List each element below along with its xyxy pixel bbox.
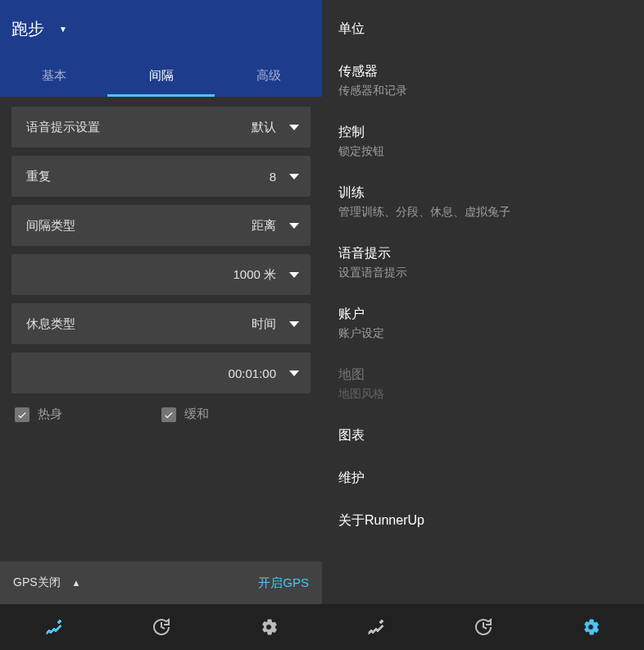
gear-icon xyxy=(581,617,601,637)
settings-item-workout[interactable]: 训练 管理训练、分段、休息、虚拟兔子 xyxy=(322,172,644,233)
gps-start-button[interactable]: 开启GPS xyxy=(258,575,309,591)
settings-item-sub: 账户设定 xyxy=(338,326,628,341)
settings-item-map: 地图 地图风格 xyxy=(322,354,644,415)
settings-item-title: 图表 xyxy=(338,427,628,444)
nav-settings[interactable] xyxy=(215,604,322,650)
nav-start[interactable] xyxy=(0,604,107,650)
row-rest-value[interactable]: 00:01:00 xyxy=(11,352,311,393)
checkbox-cooldown-label: 缓和 xyxy=(184,407,209,422)
chevron-down-icon xyxy=(289,370,299,376)
right-pane: 单位 传感器 传感器和记录 控制 锁定按钮 训练 管理训练、分段、休息、虚拟兔子… xyxy=(322,0,644,650)
nav-settings[interactable] xyxy=(537,604,644,650)
row-interval-type-label: 间隔类型 xyxy=(26,218,252,234)
row-audio-cue[interactable]: 语音提示设置 默认 xyxy=(11,107,311,148)
settings-item-title: 关于RunnerUp xyxy=(338,512,628,530)
settings-item-title: 地图 xyxy=(338,366,628,384)
row-interval-type-value: 距离 xyxy=(252,218,276,234)
row-rest-type-label: 休息类型 xyxy=(26,316,252,332)
settings-item-graph[interactable]: 图表 xyxy=(322,415,644,457)
checkbox-checked-icon xyxy=(161,407,176,422)
settings-list: 单位 传感器 传感器和记录 控制 锁定按钮 训练 管理训练、分段、休息、虚拟兔子… xyxy=(322,0,644,604)
settings-item-about[interactable]: 关于RunnerUp xyxy=(322,500,644,543)
settings-item-sub: 地图风格 xyxy=(338,387,628,402)
chevron-down-icon xyxy=(289,223,299,229)
settings-item-title: 账户 xyxy=(338,306,628,323)
row-repeat-value: 8 xyxy=(270,170,276,184)
settings-item-title: 控制 xyxy=(338,124,628,141)
left-pane: 跑步 ▼ 基本 间隔 高级 语音提示设置 默认 重复 8 间隔类型 距离 100… xyxy=(0,0,322,650)
settings-item-sub: 锁定按钮 xyxy=(338,144,628,159)
row-interval-type[interactable]: 间隔类型 距离 xyxy=(11,205,311,246)
tab-basic-label: 基本 xyxy=(42,68,66,84)
settings-item-sensors[interactable]: 传感器 传感器和记录 xyxy=(322,51,644,111)
nav-history[interactable] xyxy=(429,604,537,650)
settings-item-sub: 传感器和记录 xyxy=(338,84,628,98)
settings-item-sub: 管理训练、分段、休息、虚拟兔子 xyxy=(338,205,628,220)
chevron-down-icon: ▼ xyxy=(59,25,67,34)
settings-item-control[interactable]: 控制 锁定按钮 xyxy=(322,111,644,172)
settings-item-sub: 设置语音提示 xyxy=(338,266,628,280)
chevron-down-icon xyxy=(289,174,299,180)
chevron-up-icon[interactable]: ▲ xyxy=(72,578,81,588)
settings-item-units[interactable]: 单位 xyxy=(322,8,644,51)
activity-header[interactable]: 跑步 ▼ xyxy=(0,0,322,57)
start-icon xyxy=(366,617,386,637)
interval-form: 语音提示设置 默认 重复 8 间隔类型 距离 1000 米 休息类型 时间 00… xyxy=(0,97,322,561)
tab-interval[interactable]: 间隔 xyxy=(107,57,215,97)
settings-item-title: 单位 xyxy=(338,20,628,38)
row-audio-cue-value: 默认 xyxy=(252,120,276,135)
row-rest-type-value: 时间 xyxy=(252,316,276,332)
gear-icon xyxy=(259,617,279,637)
row-interval-value[interactable]: 1000 米 xyxy=(11,254,311,295)
activity-title: 跑步 xyxy=(11,18,44,40)
history-icon xyxy=(474,617,493,637)
bottom-nav-right xyxy=(322,604,644,650)
nav-start[interactable] xyxy=(322,604,429,650)
checkbox-warmup-label: 热身 xyxy=(38,407,62,422)
checkbox-warmup[interactable]: 热身 xyxy=(15,407,161,422)
tab-advanced-label: 高级 xyxy=(256,68,281,84)
settings-item-audio-cues[interactable]: 语音提示 设置语音提示 xyxy=(322,233,644,293)
gps-bar: GPS关闭 ▲ 开启GPS xyxy=(0,561,322,604)
row-rest-value-value: 00:01:00 xyxy=(229,366,276,380)
history-icon xyxy=(152,617,171,637)
tab-advanced[interactable]: 高级 xyxy=(215,57,322,97)
chevron-down-icon xyxy=(289,272,299,278)
chevron-down-icon xyxy=(289,321,299,327)
tab-basic[interactable]: 基本 xyxy=(0,57,107,97)
tab-interval-label: 间隔 xyxy=(149,68,174,84)
settings-item-maintenance[interactable]: 维护 xyxy=(322,457,644,500)
tabs: 基本 间隔 高级 xyxy=(0,57,322,97)
checkbox-checked-icon xyxy=(15,407,29,422)
row-repeat-label: 重复 xyxy=(26,169,270,184)
nav-history[interactable] xyxy=(107,604,215,650)
row-repeat[interactable]: 重复 8 xyxy=(11,156,311,197)
row-audio-cue-label: 语音提示设置 xyxy=(26,120,252,135)
checkbox-row: 热身 缓和 xyxy=(11,402,311,427)
settings-item-title: 语音提示 xyxy=(338,245,628,262)
row-interval-value-value: 1000 米 xyxy=(233,267,276,283)
chevron-down-icon xyxy=(289,125,299,130)
settings-item-title: 维护 xyxy=(338,470,628,487)
settings-item-title: 传感器 xyxy=(338,63,628,80)
settings-item-accounts[interactable]: 账户 账户设定 xyxy=(322,293,644,354)
checkbox-cooldown[interactable]: 缓和 xyxy=(161,407,308,422)
settings-item-title: 训练 xyxy=(338,184,628,202)
bottom-nav-left xyxy=(0,604,322,650)
gps-status: GPS关闭 xyxy=(13,575,61,590)
start-icon xyxy=(44,617,64,637)
row-rest-type[interactable]: 休息类型 时间 xyxy=(11,303,311,344)
